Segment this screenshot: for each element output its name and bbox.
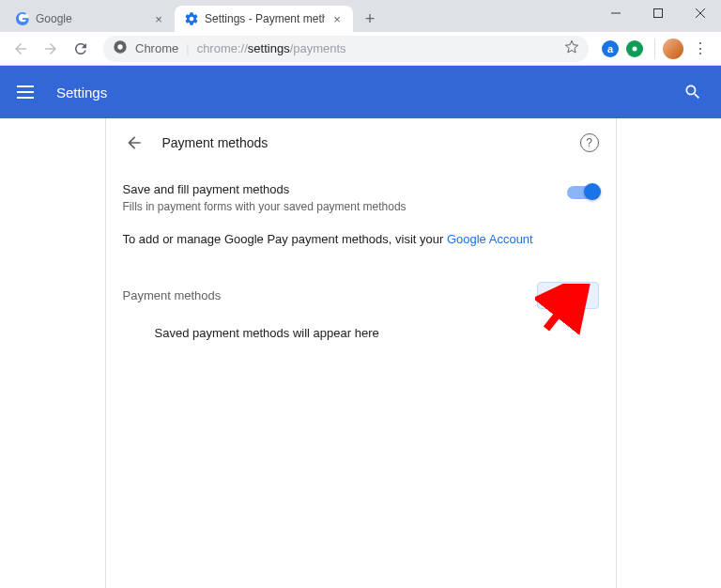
settings-title: Settings bbox=[56, 85, 107, 101]
reload-button[interactable] bbox=[68, 36, 94, 62]
tab-title: Settings - Payment methods bbox=[205, 12, 325, 25]
svg-rect-2 bbox=[653, 9, 662, 18]
close-icon[interactable]: × bbox=[152, 12, 165, 25]
save-fill-toggle[interactable] bbox=[567, 186, 599, 199]
extension-icons: a bbox=[598, 40, 647, 57]
window-controls bbox=[594, 0, 721, 26]
save-fill-subtitle: Fills in payment forms with your saved p… bbox=[123, 200, 567, 213]
chrome-label: Chrome bbox=[135, 41, 178, 55]
avatar[interactable] bbox=[663, 39, 683, 59]
google-account-link[interactable]: Google Account bbox=[447, 232, 533, 246]
tab-title: Google bbox=[36, 12, 146, 25]
extension-icon[interactable]: a bbox=[602, 40, 619, 57]
save-fill-row: Save and fill payment methods Fills in p… bbox=[123, 178, 599, 221]
empty-message: Saved payment methods will appear here bbox=[123, 309, 599, 340]
forward-button[interactable] bbox=[38, 36, 64, 62]
tab-google[interactable]: Google × bbox=[6, 6, 175, 32]
payment-methods-list-head: Payment methods Add bbox=[123, 257, 599, 309]
chrome-page-icon bbox=[113, 39, 128, 57]
back-arrow-icon[interactable] bbox=[123, 132, 146, 154]
content-area: Payment methods ? Save and fill payment … bbox=[0, 118, 721, 588]
help-icon[interactable]: ? bbox=[580, 133, 599, 152]
maximize-button[interactable] bbox=[637, 0, 679, 26]
tabs-area: Google × Settings - Payment methods × + bbox=[0, 0, 383, 32]
payment-methods-title: Payment methods bbox=[123, 288, 538, 302]
page-head: Payment methods ? bbox=[106, 118, 616, 167]
window-titlebar: Google × Settings - Payment methods × + bbox=[0, 0, 721, 32]
back-button[interactable] bbox=[8, 36, 34, 62]
divider bbox=[654, 39, 655, 58]
page-title: Payment methods bbox=[162, 135, 268, 150]
google-pay-info: To add or manage Google Pay payment meth… bbox=[123, 221, 599, 257]
gear-favicon-icon bbox=[184, 11, 199, 26]
search-icon[interactable] bbox=[682, 81, 704, 103]
omnibox[interactable]: Chrome | chrome://settings/payments bbox=[103, 36, 589, 62]
settings-card: Payment methods ? Save and fill payment … bbox=[105, 118, 617, 588]
close-window-button[interactable] bbox=[679, 0, 721, 26]
svg-point-8 bbox=[633, 46, 637, 51]
address-bar: Chrome | chrome://settings/payments a ⋮ bbox=[0, 32, 721, 66]
settings-header: Settings bbox=[0, 66, 721, 118]
bookmark-star-icon[interactable] bbox=[564, 39, 579, 57]
google-favicon-icon bbox=[15, 11, 30, 26]
save-fill-section: Save and fill payment methods Fills in p… bbox=[106, 167, 616, 351]
new-tab-button[interactable]: + bbox=[357, 6, 383, 32]
minimize-button[interactable] bbox=[594, 0, 637, 26]
menu-icon[interactable] bbox=[17, 81, 39, 103]
url-text: chrome://settings/payments bbox=[197, 41, 346, 55]
browser-menu-button[interactable]: ⋮ bbox=[687, 36, 713, 62]
save-fill-title: Save and fill payment methods bbox=[123, 182, 567, 196]
svg-point-6 bbox=[117, 44, 122, 49]
tab-settings[interactable]: Settings - Payment methods × bbox=[175, 6, 353, 32]
add-button[interactable]: Add bbox=[537, 282, 598, 309]
close-icon[interactable]: × bbox=[330, 12, 344, 25]
extension-icon[interactable] bbox=[626, 40, 643, 57]
